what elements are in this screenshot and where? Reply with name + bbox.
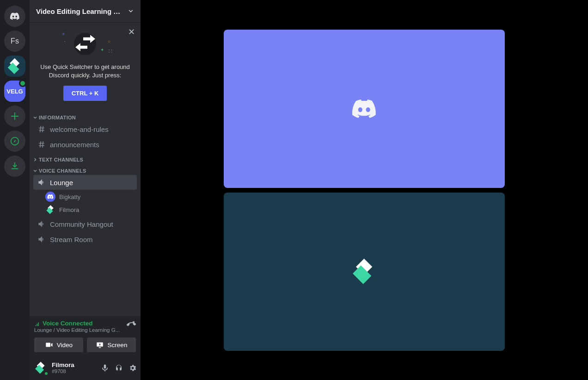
screen-share-icon: [96, 341, 104, 349]
voice-panel: Voice Connected Lounge / Video Editing L…: [30, 316, 141, 356]
voice-member-bigkatty[interactable]: Bigkatty: [30, 190, 141, 203]
category-information[interactable]: INFORMATION: [30, 110, 141, 121]
video-tile-bigkatty[interactable]: [224, 30, 505, 188]
home-button[interactable]: [4, 6, 25, 27]
deafen-button[interactable]: [115, 364, 123, 372]
speaker-icon: [37, 235, 46, 244]
filmora-icon: [354, 261, 375, 282]
chevron-down-icon: [32, 115, 38, 120]
disconnect-icon: [127, 320, 136, 329]
category-text-channels[interactable]: TEXT CHANNELS: [30, 152, 141, 163]
user-info[interactable]: Filmora #9708: [52, 362, 97, 374]
plus-icon: [10, 111, 20, 121]
discord-logo-icon: [47, 193, 54, 200]
server-name: Video Editing Learning Gr...: [36, 7, 124, 15]
chevron-down-icon: [32, 168, 38, 174]
quick-switcher-text: Use Quick Switcher to get around Discord…: [36, 63, 134, 79]
close-button[interactable]: ✕: [128, 27, 135, 37]
screen-button[interactable]: Screen: [87, 337, 136, 352]
voice-channel-community-hangout[interactable]: Community Hangout: [33, 217, 137, 231]
video-tile-filmora[interactable]: [224, 193, 505, 351]
server-velg[interactable]: VELG: [4, 81, 25, 102]
quick-switcher-card: ✕ ✦·○✦: : Use Quick Switcher to get arou…: [30, 22, 141, 110]
channel-sidebar: Video Editing Learning Gr... ✕ ✦·○✦: : U…: [30, 0, 141, 380]
filmora-icon: [8, 60, 21, 73]
signal-icon: [34, 320, 41, 327]
server-velg-label: VELG: [6, 88, 23, 95]
quick-switcher-art: ✦·○✦: :: [69, 30, 101, 58]
video-button[interactable]: Video: [34, 337, 83, 352]
avatar: [45, 192, 55, 202]
discord-logo-icon: [351, 99, 377, 119]
discord-logo-icon: [10, 11, 20, 21]
settings-button[interactable]: [129, 364, 137, 372]
arrow-left-icon: [75, 43, 87, 51]
speaker-icon: [37, 219, 46, 229]
channel-list: ✕ ✦·○✦: : Use Quick Switcher to get arou…: [30, 22, 141, 316]
video-grid: [141, 0, 588, 380]
server-header[interactable]: Video Editing Learning Gr...: [30, 0, 141, 22]
speaker-icon: [37, 178, 46, 187]
video-icon: [45, 341, 53, 349]
arrow-right-icon: [83, 35, 95, 43]
explore-button[interactable]: [4, 131, 25, 152]
active-voice-indicator: [19, 80, 26, 87]
download-button[interactable]: [4, 156, 25, 177]
compass-icon: [10, 136, 20, 146]
status-online: [43, 371, 49, 376]
voice-member-filmora[interactable]: Filmora: [30, 203, 141, 216]
user-avatar[interactable]: [33, 361, 48, 375]
voice-channel-stream-room[interactable]: Stream Room: [33, 232, 137, 247]
add-server-button[interactable]: [4, 106, 25, 127]
channel-announcements[interactable]: announcements: [33, 137, 137, 152]
hash-icon: [37, 140, 46, 149]
channel-welcome-and-rules[interactable]: welcome-and-rules: [33, 122, 137, 137]
avatar: [45, 205, 55, 215]
voice-channel-lounge[interactable]: Lounge: [33, 175, 137, 190]
server-filmora[interactable]: [4, 56, 25, 77]
server-fs[interactable]: Fs: [4, 31, 25, 52]
category-voice-channels[interactable]: VOICE CHANNELS: [30, 163, 141, 174]
server-fs-label: Fs: [11, 37, 19, 45]
hash-icon: [37, 125, 46, 134]
server-rail: Fs VELG: [0, 0, 30, 380]
voice-path: Lounge / Video Editing Learning G...: [34, 327, 120, 333]
disconnect-button[interactable]: [127, 320, 136, 331]
filmora-icon: [47, 206, 54, 213]
download-icon: [10, 161, 20, 171]
chevron-right-icon: [32, 157, 38, 162]
quick-switcher-button[interactable]: CTRL + K: [63, 86, 107, 101]
chevron-down-icon: [128, 8, 134, 14]
user-bar: Filmora #9708: [30, 356, 141, 380]
mute-button[interactable]: [101, 364, 109, 372]
voice-status[interactable]: Voice Connected: [34, 320, 120, 327]
